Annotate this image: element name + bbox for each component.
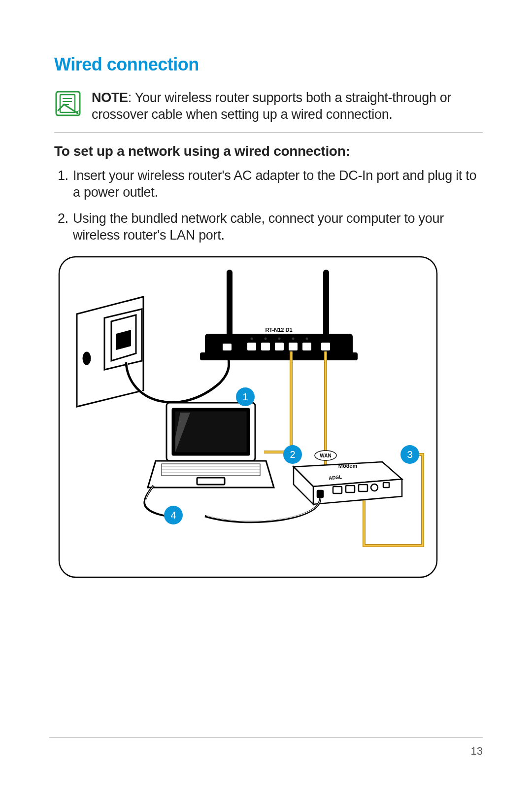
note-icon (54, 90, 82, 117)
svg-rect-35 (383, 483, 389, 488)
svg-point-6 (83, 352, 90, 364)
callout-4: 4 (164, 506, 183, 524)
svg-rect-33 (359, 485, 367, 491)
svg-point-18 (251, 337, 253, 340)
svg-rect-12 (247, 343, 256, 350)
svg-rect-36 (317, 490, 323, 497)
svg-text:4: 4 (170, 510, 176, 521)
step-2: Using the bundled network cable, connect… (72, 210, 483, 244)
note-label: NOTE (92, 90, 128, 105)
connection-diagram: RT-N12 D1 (57, 255, 439, 580)
svg-rect-17 (321, 343, 330, 350)
svg-rect-30 (197, 478, 225, 485)
note-text: NOTE: Your wireless router supports both… (92, 90, 483, 123)
svg-point-19 (265, 337, 267, 340)
svg-text:1: 1 (242, 391, 248, 402)
page-number: 13 (471, 745, 483, 758)
svg-rect-16 (302, 343, 311, 350)
router-model-label: RT-N12 D1 (265, 327, 292, 333)
note-body: : Your wireless router supports both a s… (92, 90, 451, 122)
callout-1: 1 (236, 387, 255, 406)
subheading: To set up a network using a wired connec… (54, 143, 483, 159)
divider (54, 132, 483, 133)
svg-point-20 (278, 337, 281, 340)
footer-divider (49, 737, 483, 738)
note-block: NOTE: Your wireless router supports both… (54, 90, 483, 123)
svg-rect-31 (333, 487, 342, 493)
svg-text:3: 3 (407, 449, 412, 460)
svg-rect-11 (223, 344, 232, 350)
wan-label: WAN (320, 453, 331, 458)
callout-2: 2 (283, 445, 302, 464)
svg-point-34 (371, 484, 378, 491)
callout-3: 3 (400, 445, 419, 464)
svg-rect-32 (346, 486, 355, 492)
svg-point-22 (306, 337, 308, 340)
svg-rect-13 (261, 343, 270, 350)
steps-list: Insert your wireless router's AC adapter… (54, 167, 483, 244)
svg-text:2: 2 (290, 449, 295, 460)
step-1: Insert your wireless router's AC adapter… (72, 167, 483, 201)
svg-rect-14 (275, 343, 284, 350)
modem-label: Modem (338, 463, 358, 469)
svg-rect-15 (289, 343, 298, 350)
section-title: Wired connection (54, 54, 483, 75)
svg-point-21 (292, 337, 295, 340)
